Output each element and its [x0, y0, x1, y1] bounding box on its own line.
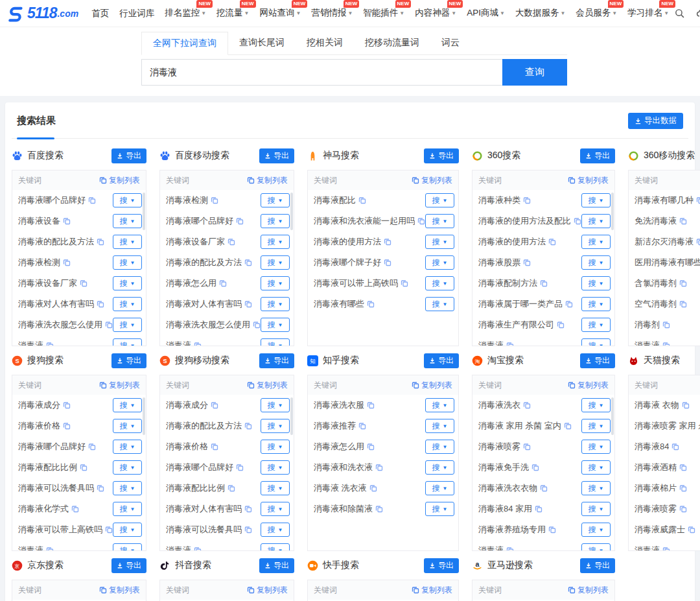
- copy-keyword-button[interactable]: [679, 464, 687, 471]
- copy-keyword-button[interactable]: [523, 259, 531, 266]
- keyword-search-button[interactable]: 搜▼: [261, 481, 290, 495]
- copy-list-link[interactable]: 复制列表: [412, 380, 452, 391]
- nav-item[interactable]: 行业词库: [114, 0, 159, 27]
- copy-keyword-button[interactable]: [574, 217, 581, 225]
- export-button[interactable]: 导出: [259, 558, 294, 573]
- copy-list-link[interactable]: 复制列表: [247, 585, 288, 596]
- copy-list-link[interactable]: 复制列表: [412, 175, 452, 186]
- copy-keyword-button[interactable]: [523, 443, 531, 451]
- keyword-search-button[interactable]: 搜▼: [113, 276, 142, 290]
- keyword-search-button[interactable]: 搜▼: [261, 193, 290, 207]
- nav-item[interactable]: 智能插件▼NEW: [358, 0, 410, 27]
- export-button[interactable]: 导出: [111, 558, 146, 573]
- keyword-search-button[interactable]: 搜▼: [581, 214, 611, 228]
- keyword-search-button[interactable]: 搜▼: [261, 338, 290, 346]
- copy-list-link[interactable]: 复制列表: [568, 175, 609, 186]
- keyword-search-button[interactable]: 搜▼: [261, 235, 290, 249]
- keyword-search-button[interactable]: 搜▼: [581, 398, 611, 412]
- copy-keyword-button[interactable]: [219, 279, 227, 287]
- export-button[interactable]: 导出: [424, 148, 459, 163]
- copy-list-link[interactable]: 复制列表: [568, 585, 609, 596]
- keyword-search-button[interactable]: 搜▼: [425, 460, 454, 475]
- copy-keyword-button[interactable]: [46, 342, 54, 346]
- copy-keyword-button[interactable]: [367, 443, 375, 451]
- copy-keyword-button[interactable]: [540, 279, 548, 287]
- nav-item[interactable]: 学习排名▼NEW: [622, 0, 674, 27]
- keyword-search-button[interactable]: 搜▼: [113, 460, 142, 475]
- copy-keyword-button[interactable]: [253, 321, 261, 329]
- export-button[interactable]: 导出: [111, 353, 146, 368]
- keyword-search-button[interactable]: 搜▼: [113, 481, 142, 495]
- keyword-search-button[interactable]: 搜▼: [425, 255, 454, 270]
- query-button[interactable]: 查询: [502, 59, 567, 86]
- copy-keyword-button[interactable]: [548, 238, 556, 246]
- copy-keyword-button[interactable]: [671, 443, 679, 451]
- copy-keyword-button[interactable]: [105, 526, 113, 534]
- copy-keyword-button[interactable]: [506, 342, 514, 346]
- keyword-search-button[interactable]: 搜▼: [425, 440, 454, 454]
- copy-keyword-button[interactable]: [401, 279, 408, 287]
- keyword-search-button[interactable]: 搜▼: [581, 440, 611, 454]
- keyword-search-button[interactable]: 搜▼: [113, 297, 142, 311]
- copy-keyword-button[interactable]: [71, 505, 79, 513]
- copy-keyword-button[interactable]: [548, 526, 556, 534]
- copy-keyword-button[interactable]: [662, 321, 670, 329]
- tab[interactable]: 挖相关词: [296, 32, 354, 54]
- keyword-search-button[interactable]: 搜▼: [581, 460, 611, 475]
- keyword-search-button[interactable]: 搜▼: [581, 235, 611, 249]
- copy-list-link[interactable]: 复制列表: [247, 175, 288, 186]
- keyword-search-button[interactable]: 搜▼: [113, 523, 142, 537]
- nav-item[interactable]: 排名监控▼NEW: [159, 0, 211, 27]
- copy-keyword-button[interactable]: [662, 547, 670, 551]
- export-data-button[interactable]: 导出数据: [628, 113, 683, 129]
- copy-keyword-button[interactable]: [384, 259, 391, 266]
- copy-keyword-button[interactable]: [80, 464, 88, 471]
- keyword-search-button[interactable]: 搜▼: [113, 255, 142, 270]
- copy-list-link[interactable]: 复制列表: [568, 380, 609, 391]
- tab[interactable]: 查询长尾词: [228, 32, 296, 54]
- keyword-search-button[interactable]: 搜▼: [581, 255, 611, 270]
- copy-keyword-button[interactable]: [194, 547, 202, 551]
- nav-item[interactable]: 营销情报▼NEW: [306, 0, 358, 27]
- search-icon[interactable]: [674, 8, 685, 19]
- copy-keyword-button[interactable]: [417, 217, 425, 225]
- nav-item[interactable]: 大数据服务▼: [510, 0, 570, 27]
- keyword-search-button[interactable]: 搜▼: [425, 398, 454, 412]
- keyword-search-button[interactable]: 搜▼: [581, 318, 611, 332]
- tab[interactable]: 挖移动流量词: [354, 32, 430, 54]
- copy-keyword-button[interactable]: [244, 422, 252, 430]
- copy-keyword-button[interactable]: [63, 217, 71, 225]
- site-logo[interactable]: 5118 .com: [8, 5, 78, 22]
- copy-keyword-button[interactable]: [244, 300, 252, 308]
- copy-list-link[interactable]: 复制列表: [99, 380, 140, 391]
- scrollbar-thumb[interactable]: [611, 193, 614, 230]
- copy-keyword-button[interactable]: [679, 505, 687, 513]
- cloud-download-icon[interactable]: [696, 8, 700, 19]
- copy-keyword-button[interactable]: [63, 259, 71, 266]
- copy-keyword-button[interactable]: [97, 300, 104, 308]
- copy-keyword-button[interactable]: [358, 196, 366, 204]
- keyword-search-button[interactable]: 搜▼: [261, 214, 290, 228]
- keyword-search-button[interactable]: 搜▼: [113, 419, 142, 433]
- copy-keyword-button[interactable]: [369, 484, 377, 492]
- copy-keyword-button[interactable]: [375, 505, 383, 513]
- keyword-search-button[interactable]: 搜▼: [425, 214, 454, 228]
- keyword-search-button[interactable]: 搜▼: [581, 276, 611, 290]
- keyword-search-button[interactable]: 搜▼: [113, 502, 142, 516]
- copy-keyword-button[interactable]: [679, 300, 687, 308]
- keyword-input[interactable]: [141, 59, 502, 86]
- copy-list-link[interactable]: 复制列表: [412, 585, 452, 596]
- tab[interactable]: 全网下拉词查询: [141, 32, 228, 55]
- export-button[interactable]: 导出: [580, 558, 615, 573]
- scrollbar-thumb[interactable]: [290, 193, 293, 230]
- nav-item[interactable]: 会员服务▼NEW: [570, 0, 622, 27]
- scrollbar-thumb[interactable]: [143, 193, 145, 230]
- export-button[interactable]: 导出: [580, 148, 615, 163]
- copy-keyword-button[interactable]: [211, 443, 218, 451]
- scrollbar-thumb[interactable]: [143, 397, 145, 435]
- keyword-search-button[interactable]: 搜▼: [581, 502, 611, 516]
- copy-keyword-button[interactable]: [523, 401, 531, 409]
- copy-keyword-button[interactable]: [211, 196, 218, 204]
- keyword-search-button[interactable]: 搜▼: [581, 523, 611, 537]
- copy-keyword-button[interactable]: [696, 238, 700, 246]
